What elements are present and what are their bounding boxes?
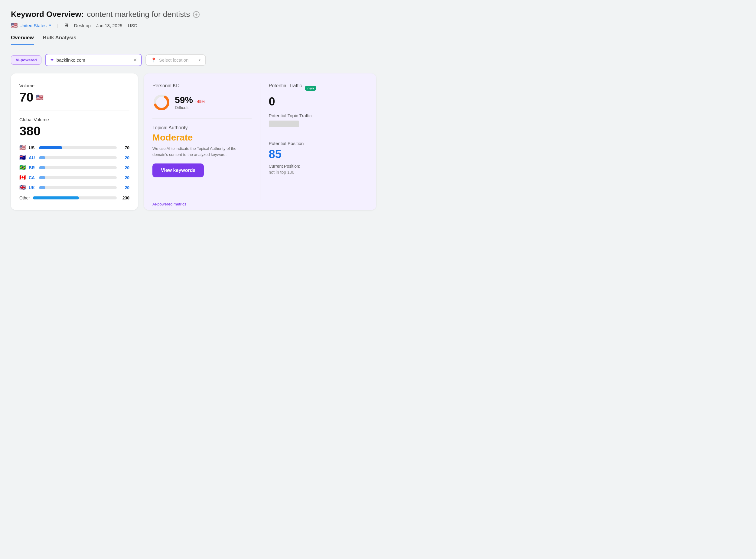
country-row-br: 🇧🇷 BR 20 [19,164,129,171]
ai-row: AI-powered ✦ ✕ 📍 Select location ▾ [11,54,376,66]
country-row-ca: 🇨🇦 CA 20 [19,174,129,181]
topical-authority-desc: We use AI to indicate the Topical Author… [152,146,252,157]
location-input-wrapper[interactable]: 📍 Select location ▾ [146,54,206,66]
topical-authority-label: Topical Authority [152,125,252,131]
kd-values: 59% ↑45% Difficult [175,95,205,110]
location-label: United States [19,23,47,28]
potential-topic-traffic-blurred [269,120,299,127]
potential-position-label: Potential Position [269,141,368,146]
us-flag-icon: 🇺🇸 [19,144,26,151]
ca-flag-icon: 🇨🇦 [19,174,26,181]
device-label: Desktop [74,23,91,28]
tab-bulk-analysis[interactable]: Bulk Analysis [43,35,77,45]
right-card: Personal KD 59% ↑45% Diff [144,73,376,210]
br-count: 20 [120,165,129,170]
kd-difficulty: Difficult [175,105,205,110]
other-row: Other 230 [19,196,129,200]
desktop-icon: 🖥 [64,23,69,28]
br-bar-track [39,166,117,169]
us-flag-small-icon: 🇺🇸 [36,94,44,101]
tabs-container: Overview Bulk Analysis [11,35,376,45]
us-bar-fill [39,146,62,149]
potential-topic-traffic-label: Potential Topic Traffic [269,113,368,118]
right-card-inner: Personal KD 59% ↑45% Diff [152,83,368,200]
sparkle-icon: ✦ [50,57,54,63]
country-row-au: 🇦🇺 AU 20 [19,154,129,161]
au-count: 20 [120,155,129,160]
location-selector[interactable]: 🇺🇸 United States ▼ [11,22,52,29]
date-label: Jan 13, 2025 [96,23,123,28]
potential-traffic-label: Potential Traffic [269,83,302,89]
volume-value: 70 🇺🇸 [19,90,129,105]
ai-metrics-footer: AI-powered metrics [144,198,376,210]
kd-row: 59% ↑45% Difficult [152,93,252,112]
uk-code: UK [29,185,36,190]
current-position-label: Current Position: [269,164,368,169]
other-bar-track [33,196,117,199]
country-row-uk: 🇬🇧 UK 20 [19,184,129,191]
currency-label: USD [128,23,137,28]
us-code: US [29,146,36,150]
br-flag-icon: 🇧🇷 [19,164,26,171]
uk-count: 20 [120,185,129,190]
tab-overview[interactable]: Overview [11,35,34,45]
global-volume-label: Global Volume [19,117,129,122]
clear-icon[interactable]: ✕ [133,57,137,63]
au-flag-icon: 🇦🇺 [19,154,26,161]
add-keyword-icon[interactable]: + [193,11,200,18]
other-bar-fill [33,196,79,199]
au-bar-track [39,156,117,159]
current-position-value: not in top 100 [269,170,368,175]
uk-bar-fill [39,186,45,189]
kd-percentage: 59% ↑45% [175,95,205,105]
content-grid: Volume 70 🇺🇸 Global Volume 380 🇺🇸 US 70 … [11,73,376,210]
page-header: Keyword Overview: content marketing for … [11,10,376,29]
location-pin-icon: 📍 [151,58,157,63]
uk-flag-icon: 🇬🇧 [19,184,26,191]
kd-change: ↑45% [195,99,205,104]
page-title: Keyword Overview: content marketing for … [11,10,376,19]
potential-traffic-value: 0 [269,95,368,108]
us-bar-track [39,146,117,149]
kd-divider [152,118,252,118]
personal-kd-label: Personal KD [152,83,252,89]
potential-position-value: 85 [269,148,368,161]
country-list: 🇺🇸 US 70 🇦🇺 AU 20 🇧🇷 BR [19,144,129,200]
page-meta: 🇺🇸 United States ▼ | 🖥 Desktop Jan 13, 2… [11,22,376,29]
right-section-left: Personal KD 59% ↑45% Diff [152,83,260,200]
right-section-right: Potential Traffic new 0 Potential Topic … [260,83,368,200]
location-placeholder: Select location [159,58,196,63]
new-badge: new [305,86,316,91]
kd-donut-chart [152,93,171,112]
br-bar-fill [39,166,45,169]
global-volume-value: 380 [19,124,129,138]
us-count: 70 [120,146,129,150]
domain-input[interactable] [57,58,131,63]
location-chevron-icon: ▾ [199,58,200,62]
country-row-us: 🇺🇸 US 70 [19,144,129,151]
left-card: Volume 70 🇺🇸 Global Volume 380 🇺🇸 US 70 … [11,73,138,210]
ca-bar-fill [39,176,45,179]
uk-bar-track [39,186,117,189]
br-code: BR [29,165,36,170]
title-prefix: Keyword Overview: [11,10,84,19]
meta-divider: | [57,23,58,28]
ca-code: CA [29,175,36,180]
keyword-text: content marketing for dentists [87,10,190,19]
chevron-down-icon: ▼ [48,24,52,27]
au-bar-fill [39,156,45,159]
volume-divider [19,111,129,111]
ca-count: 20 [120,175,129,180]
volume-label: Volume [19,83,129,88]
topical-authority-value: Moderate [152,132,252,142]
potential-traffic-header: Potential Traffic new [269,83,368,93]
view-keywords-button[interactable]: View keywords [152,163,204,177]
us-flag-icon: 🇺🇸 [11,22,18,29]
other-label: Other [19,196,30,200]
ca-bar-track [39,176,117,179]
ai-powered-badge: AI-powered [11,55,41,65]
other-count: 230 [120,196,129,200]
au-code: AU [29,155,36,160]
domain-input-wrapper[interactable]: ✦ ✕ [45,54,142,66]
